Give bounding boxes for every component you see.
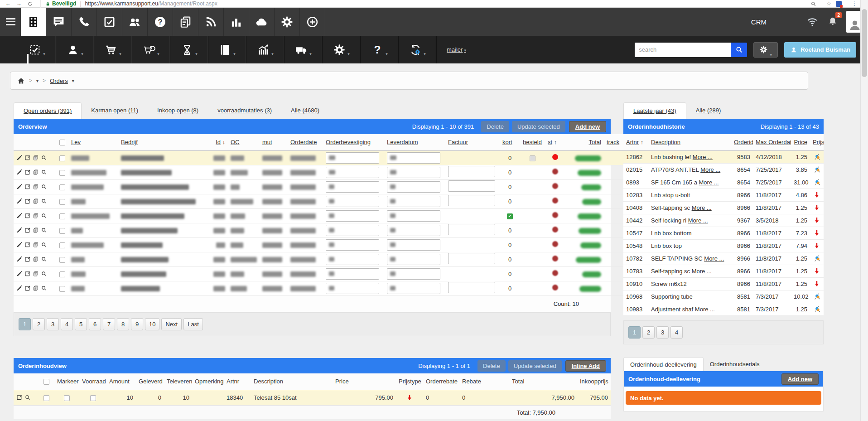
col-orderdate[interactable]: Orderdate: [290, 139, 317, 145]
edit-icon[interactable]: [16, 394, 23, 401]
historie-row[interactable]: 0893SF 165 Cm 165 a More ...86547/25/201…: [623, 176, 824, 189]
zoom-icon[interactable]: [810, 1, 816, 7]
add-new-button[interactable]: Add new: [781, 373, 819, 385]
order-row[interactable]: 0: [14, 165, 627, 179]
historie-page-3[interactable]: 3: [656, 326, 669, 339]
tab-orderinhoud-deellevering[interactable]: Orderinhoud-deellevering: [623, 357, 704, 371]
magnifier-icon[interactable]: [41, 169, 47, 175]
more-link[interactable]: More ...: [692, 268, 712, 275]
order-row[interactable]: 0: [14, 194, 627, 208]
edit-window-icon[interactable]: [24, 198, 31, 204]
order-row[interactable]: 0: [14, 223, 627, 237]
order-row[interactable]: 0: [14, 281, 627, 295]
order-row[interactable]: ✔: [14, 208, 627, 223]
copy-notes-icon[interactable]: [33, 271, 39, 277]
magnifier-icon[interactable]: [41, 285, 47, 291]
copy-notes-icon[interactable]: [33, 213, 39, 219]
address-bar[interactable]: Beveiligd | https://www.karmansupport.eu…: [40, 0, 805, 8]
factuur-input[interactable]: [448, 166, 495, 177]
col-orderbevestiging[interactable]: Orderbevestiging: [326, 139, 371, 145]
magnifier-icon[interactable]: [41, 198, 47, 204]
col-prijstype[interactable]: Prijstype: [813, 139, 824, 145]
historie-row[interactable]: 10910Screw m6x12896611/8/20171.25: [623, 277, 824, 290]
edit-pencil-icon[interactable]: [16, 256, 23, 262]
tab-laatste-jaar-43-[interactable]: Laatste jaar (43): [623, 102, 686, 119]
orderbevestiging-input[interactable]: [326, 167, 379, 178]
row-checkbox[interactable]: [59, 228, 65, 234]
edit-pencil-icon[interactable]: [16, 227, 23, 233]
orderbevestiging-input[interactable]: [326, 225, 379, 236]
home-icon[interactable]: [17, 77, 25, 85]
edit-window-icon[interactable]: [24, 169, 31, 175]
module-sync-menu[interactable]: ▾: [399, 36, 437, 63]
app-tile-help-circle-icon[interactable]: ?: [148, 8, 173, 36]
edit-window-icon[interactable]: [24, 227, 31, 233]
app-tile-copy-icon[interactable]: [173, 8, 198, 36]
edit-window-icon[interactable]: [24, 242, 31, 248]
col-amount[interactable]: Amount: [106, 373, 136, 390]
row-checkbox[interactable]: [59, 286, 65, 292]
orderview-page-next[interactable]: Next: [161, 318, 182, 330]
col-orderid[interactable]: Orderid: [734, 139, 753, 145]
row-checkbox[interactable]: [59, 242, 65, 248]
more-link[interactable]: More ...: [688, 217, 708, 224]
tab-voorraadmutaties-3-[interactable]: voorraadmutaties (3): [208, 102, 281, 119]
col-voorraad[interactable]: Voorraad: [79, 373, 106, 390]
tab-open-orders-391-[interactable]: Open orders (391): [14, 102, 82, 119]
edit-pencil-icon[interactable]: [16, 169, 23, 175]
order-row[interactable]: 0: [14, 179, 627, 194]
col-artnr[interactable]: Artnr: [626, 139, 639, 145]
order-row[interactable]: 0: [14, 266, 627, 281]
col-price[interactable]: Price: [333, 373, 396, 390]
factuur-input[interactable]: [448, 180, 495, 192]
module-book-menu[interactable]: ▾: [208, 36, 246, 63]
markeer-checkbox[interactable]: [64, 395, 70, 401]
historie-row[interactable]: 10547Lnb box bottom896611/8/20177.23: [623, 227, 824, 239]
magnifier-icon[interactable]: [41, 184, 47, 190]
historie-row[interactable]: 02015ATP70/S ANT.TEL More ...86547/25/20…: [623, 163, 824, 176]
edit-pencil-icon[interactable]: [16, 271, 23, 277]
inline-add-button[interactable]: Inline Add: [565, 360, 606, 372]
module-gear-mn-menu[interactable]: ▾: [323, 36, 361, 63]
settings-gear-button[interactable]: ▾: [753, 42, 778, 58]
orderinhoud-row[interactable]: 10 0 10 18340 Telesat 85 10sat 795.00 0 …: [14, 390, 611, 405]
col-besteld[interactable]: besteld: [523, 139, 542, 145]
more-link[interactable]: More ...: [700, 166, 720, 173]
browser-reload-icon[interactable]: [27, 1, 33, 7]
tab-karman-open-11-[interactable]: Karman open (11): [82, 102, 148, 119]
col-total[interactable]: Total: [589, 139, 601, 145]
col-televeren[interactable]: Televeren: [164, 373, 192, 390]
secure-lock-icon[interactable]: Beveiligd: [45, 0, 76, 7]
leverdatum-input[interactable]: [387, 181, 440, 193]
orderbevestiging-input[interactable]: [326, 268, 379, 280]
tab-alle-4680-[interactable]: Alle (4680): [281, 102, 329, 119]
app-tile-chart-bars-icon[interactable]: [224, 8, 249, 36]
historie-page-2[interactable]: 2: [642, 326, 655, 339]
module-hourglass-menu[interactable]: ▾: [170, 36, 208, 63]
factuur-input[interactable]: [448, 195, 495, 206]
app-tile-rss-icon[interactable]: [198, 8, 224, 36]
row-checkbox[interactable]: [59, 213, 65, 219]
historie-row[interactable]: 10782SELF TAPPING SC More ...896611/8/20…: [623, 252, 824, 265]
col-opmerking[interactable]: Opmerking: [192, 373, 224, 390]
edit-pencil-icon[interactable]: [16, 184, 23, 190]
col-prijstype[interactable]: Prijstype: [396, 373, 423, 390]
magnifier-icon[interactable]: [41, 271, 47, 277]
orderview-page-5[interactable]: 5: [75, 318, 87, 330]
orderview-page-8[interactable]: 8: [117, 318, 129, 330]
order-row[interactable]: 0: [14, 237, 627, 252]
row-checkbox[interactable]: [59, 170, 65, 176]
module-checklist-menu[interactable]: ▾: [18, 36, 56, 63]
orders-dropdown-icon[interactable]: ▾: [72, 78, 74, 83]
edit-window-icon[interactable]: [24, 155, 31, 161]
factuur-input[interactable]: [448, 224, 495, 235]
app-tile-film-icon[interactable]: [21, 8, 46, 36]
voorraad-checkbox[interactable]: [90, 395, 96, 401]
leverdatum-input[interactable]: [387, 268, 440, 280]
app-tile-gear-tile-icon[interactable]: [275, 8, 300, 36]
col-kort[interactable]: kort: [502, 139, 512, 145]
copy-notes-icon[interactable]: [33, 285, 39, 291]
historie-row[interactable]: 10408Self-tapping sc More ...896611/8/20…: [623, 201, 824, 214]
edit-pencil-icon[interactable]: [16, 285, 23, 291]
app-tile-phone-icon[interactable]: [72, 8, 97, 36]
